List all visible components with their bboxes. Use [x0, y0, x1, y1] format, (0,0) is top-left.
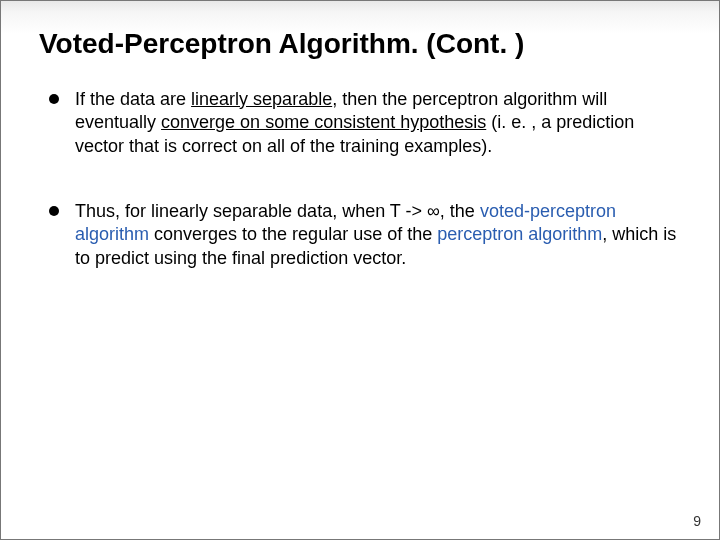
slide: Voted-Perceptron Algorithm. (Cont. ) If … [0, 0, 720, 540]
slide-title: Voted-Perceptron Algorithm. (Cont. ) [39, 29, 681, 60]
text-segment: If the data are [75, 89, 191, 109]
bullet-list: If the data are linearly separable, then… [47, 88, 681, 270]
underlined-term: converge on some consistent hypothesis [161, 112, 486, 132]
text-segment: converges to the regular use of the [149, 224, 437, 244]
bullet-item: Thus, for linearly separable data, when … [47, 200, 681, 270]
text-segment: Thus, for linearly separable data, when … [75, 201, 480, 221]
underlined-term: linearly separable [191, 89, 332, 109]
bullet-item: If the data are linearly separable, then… [47, 88, 681, 158]
link-term: perceptron algorithm [437, 224, 602, 244]
page-number: 9 [693, 513, 701, 529]
